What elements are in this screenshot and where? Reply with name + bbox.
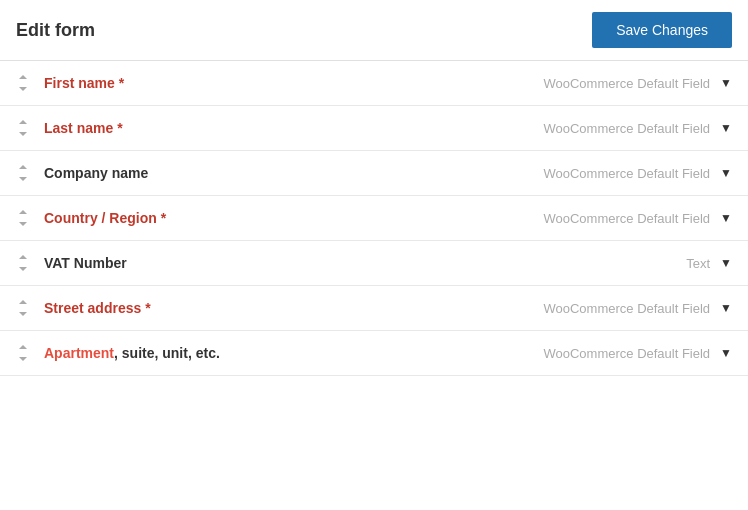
sort-drag-icon[interactable] [16,75,30,91]
field-dropdown-arrow[interactable]: ▼ [720,301,732,315]
page-title: Edit form [16,20,95,41]
field-label: VAT Number [44,255,686,271]
field-type-label: WooCommerce Default Field [543,121,710,136]
field-type-label: WooCommerce Default Field [543,166,710,181]
field-type-label: Text [686,256,710,271]
form-fields-list: First name *WooCommerce Default Field▼ L… [0,61,748,376]
sort-drag-icon[interactable] [16,165,30,181]
sort-drag-icon[interactable] [16,345,30,361]
field-type-label: WooCommerce Default Field [543,301,710,316]
form-row: VAT NumberText▼ [0,241,748,286]
save-changes-button[interactable]: Save Changes [592,12,732,48]
field-label: Last name * [44,120,543,136]
field-label: Company name [44,165,543,181]
form-row: Company nameWooCommerce Default Field▼ [0,151,748,196]
field-type-label: WooCommerce Default Field [543,346,710,361]
field-label: Street address * [44,300,543,316]
field-dropdown-arrow[interactable]: ▼ [720,211,732,225]
field-type-label: WooCommerce Default Field [543,211,710,226]
field-label: Apartment, suite, unit, etc. [44,345,543,361]
field-dropdown-arrow[interactable]: ▼ [720,256,732,270]
field-dropdown-arrow[interactable]: ▼ [720,346,732,360]
sort-drag-icon[interactable] [16,210,30,226]
form-row: Apartment, suite, unit, etc.WooCommerce … [0,331,748,376]
field-dropdown-arrow[interactable]: ▼ [720,76,732,90]
form-row: Street address *WooCommerce Default Fiel… [0,286,748,331]
field-label: Country / Region * [44,210,543,226]
field-dropdown-arrow[interactable]: ▼ [720,166,732,180]
sort-drag-icon[interactable] [16,120,30,136]
field-type-label: WooCommerce Default Field [543,76,710,91]
field-dropdown-arrow[interactable]: ▼ [720,121,732,135]
sort-drag-icon[interactable] [16,255,30,271]
field-label: First name * [44,75,543,91]
form-row: Last name *WooCommerce Default Field▼ [0,106,748,151]
page-header: Edit form Save Changes [0,0,748,61]
sort-drag-icon[interactable] [16,300,30,316]
form-row: First name *WooCommerce Default Field▼ [0,61,748,106]
form-row: Country / Region *WooCommerce Default Fi… [0,196,748,241]
